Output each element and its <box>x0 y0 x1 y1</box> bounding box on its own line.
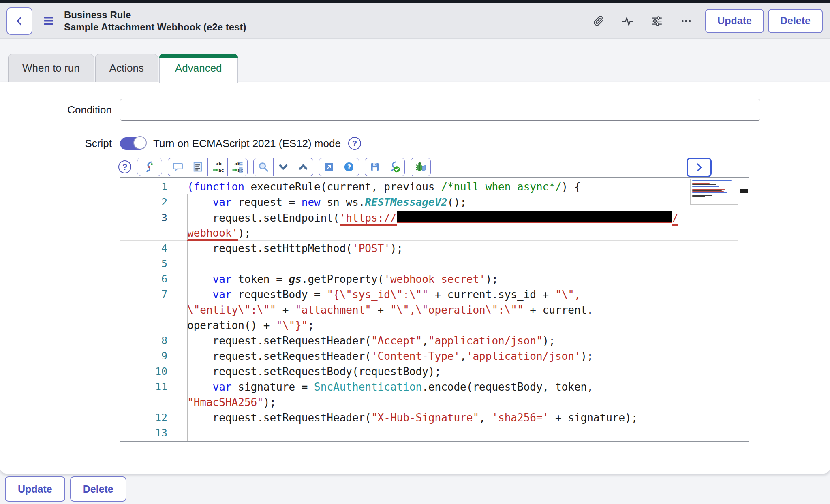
code-line: operation() + "\"}"; <box>181 318 738 333</box>
format-lines-icon <box>192 161 203 173</box>
code-line: request.setRequestHeader("X-Hub-Signatur… <box>181 410 738 425</box>
header-icon-bar <box>592 14 693 28</box>
code-row: 11 var signature = SncAuthentication.enc… <box>120 379 738 395</box>
search-icon <box>258 161 269 173</box>
editor-help-button[interactable]: ? <box>339 158 359 176</box>
code-row: 1(function executeRule(current, previous… <box>120 179 738 194</box>
code-row: 9 request.setRequestHeader('Content-Type… <box>120 348 738 364</box>
code-line: request.setHttpMethod('POST'); <box>181 241 738 256</box>
line-number: 3 <box>120 210 181 225</box>
toggle-knob <box>133 136 147 149</box>
replace-button[interactable]: abac <box>208 158 227 176</box>
record-type-title: Business Rule <box>64 9 246 21</box>
code-line: request.setRequestBody(requestBody); <box>181 364 738 379</box>
editor-window-group: ? <box>319 158 359 176</box>
editor-edit-group: abac abac <box>168 158 248 176</box>
condition-label: Condition <box>0 99 112 121</box>
toggle-comment-button[interactable] <box>168 158 188 176</box>
expand-editor-button[interactable] <box>687 158 712 177</box>
line-number: 10 <box>120 364 181 379</box>
delete-button-header[interactable]: Delete <box>768 9 823 33</box>
format-code-button[interactable] <box>188 158 208 176</box>
code-row: \"entity\":\"" + "attachment" + "\",\"op… <box>120 302 738 318</box>
es-mode-toggle[interactable] <box>120 137 146 150</box>
tab-when-to-run[interactable]: When to run <box>8 54 94 82</box>
update-button-footer[interactable]: Update <box>5 476 65 502</box>
help-circle-icon: ? <box>343 161 355 173</box>
redacted-url-bar <box>397 211 672 223</box>
line-number: 8 <box>120 333 181 348</box>
comment-bubble-icon <box>172 161 184 173</box>
tab-advanced[interactable]: Advanced <box>159 54 238 83</box>
personalize-form-button[interactable] <box>650 14 664 28</box>
code-line: webhook'); <box>181 225 738 240</box>
activity-pulse-icon <box>621 15 634 27</box>
syntax-editor-button[interactable] <box>137 158 162 176</box>
code-line: var requestBody = "{\"sys_id\":\"" + cur… <box>181 287 738 302</box>
update-button-header[interactable]: Update <box>705 9 764 33</box>
chevron-up-icon <box>297 161 309 173</box>
search-button[interactable] <box>254 158 273 176</box>
editor-scrollbar-thumb[interactable] <box>740 189 748 193</box>
form-header: Business Rule Sample Attachment Webhook … <box>0 3 830 39</box>
code-row: 6 var token = gs.getProperty('webhook_se… <box>120 271 738 287</box>
find-next-button[interactable] <box>273 158 293 176</box>
code-line: "HmacSHA256"); <box>181 395 738 410</box>
open-new-window-button[interactable] <box>319 158 339 176</box>
script-editor-toolbar: ? abac abac <box>118 158 431 176</box>
editor-toolbar-help-icon[interactable]: ? <box>118 160 131 173</box>
save-script-button[interactable] <box>365 158 385 176</box>
script-mode-row: Turn on ECMAScript 2021 (ES12) mode ? <box>120 132 361 154</box>
code-line: request.setRequestHeader('Content-Type',… <box>181 348 738 364</box>
line-number: 7 <box>120 287 181 302</box>
code-row: 8 request.setRequestHeader("Accept","app… <box>120 333 738 348</box>
code-row: 7 var requestBody = "{\"sys_id\":\"" + c… <box>120 287 738 302</box>
context-menu-icon[interactable] <box>42 16 55 26</box>
code-row: 4 request.setHttpMethod('POST'); <box>120 241 738 256</box>
debug-button[interactable] <box>411 158 430 176</box>
attachment-button[interactable] <box>592 14 605 28</box>
form-tabs: When to run Actions Advanced <box>8 54 239 83</box>
editor-minimap <box>690 179 738 205</box>
script-scroll-icon <box>143 161 156 173</box>
svg-text:ac: ac <box>218 168 224 173</box>
activity-stream-button[interactable] <box>621 14 635 28</box>
paperclip-icon <box>593 15 605 27</box>
ellipsis-icon <box>680 15 692 27</box>
es-mode-toggle-label: Turn on ECMAScript 2021 (ES12) mode <box>153 137 341 150</box>
svg-text:ab: ab <box>235 161 241 167</box>
script-label: Script <box>0 132 112 154</box>
code-row: 3 request.setEndpoint('https:/// <box>120 210 738 225</box>
condition-input[interactable] <box>120 99 760 121</box>
line-number: 13 <box>120 425 181 441</box>
header-action-buttons: Update Delete <box>705 9 823 33</box>
line-number <box>120 318 181 333</box>
code-row: 13 <box>120 425 738 441</box>
es-mode-help-icon[interactable]: ? <box>348 137 361 150</box>
replace-all-button[interactable]: abac <box>227 158 247 176</box>
delete-button-footer[interactable]: Delete <box>70 476 126 502</box>
tab-actions[interactable]: Actions <box>95 54 158 82</box>
code-line: \"entity\":\"" + "attachment" + "\",\"op… <box>181 302 738 318</box>
code-line: var signature = SncAuthentication.encode… <box>181 379 738 395</box>
editor-save-group <box>365 158 405 176</box>
chevron-down-icon <box>278 161 289 173</box>
replace-all-icon: abac <box>231 161 244 173</box>
save-floppy-icon <box>370 162 380 172</box>
find-previous-button[interactable] <box>293 158 313 176</box>
code-row: 10 request.setRequestBody(requestBody); <box>120 364 738 379</box>
code-row: 5 <box>120 256 738 271</box>
line-number: 6 <box>120 271 181 287</box>
top-dark-strip <box>0 0 830 3</box>
code-row: 12 request.setRequestHeader("X-Hub-Signa… <box>120 410 738 425</box>
svg-text:?: ? <box>347 163 351 171</box>
back-button[interactable] <box>6 7 32 35</box>
editor-scrollbar[interactable] <box>738 178 749 441</box>
more-options-button[interactable] <box>679 14 693 28</box>
check-syntax-button[interactable] <box>385 158 404 176</box>
code-row: operation() + "\"}"; <box>120 318 738 333</box>
page-title-block: Business Rule Sample Attachment Webhook … <box>64 9 246 33</box>
script-code-editor[interactable]: 1(function executeRule(current, previous… <box>120 177 749 442</box>
export-arrow-icon <box>324 162 334 172</box>
sliders-icon <box>650 15 663 27</box>
